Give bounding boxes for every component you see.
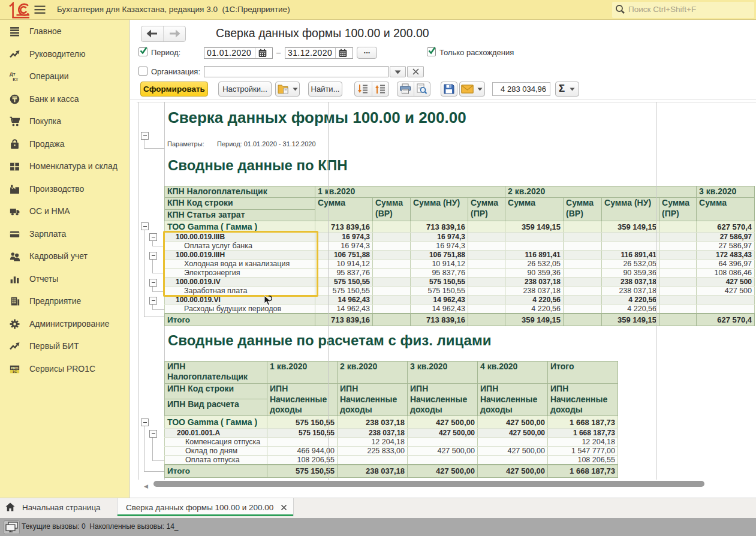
svg-text:PRO: PRO bbox=[11, 366, 19, 369]
svg-text:Дт: Дт bbox=[10, 71, 16, 77]
svg-text:1С: 1С bbox=[13, 369, 17, 373]
svg-text:Кт: Кт bbox=[13, 77, 18, 82]
